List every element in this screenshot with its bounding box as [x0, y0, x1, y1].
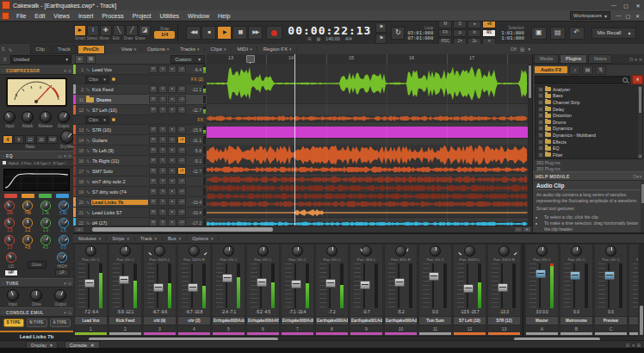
folder-checkbox[interactable] [538, 93, 543, 98]
view-menu-clips[interactable]: Clips▾ [207, 46, 232, 52]
channel-strip-13[interactable]: Pan: 100% R-13.3S7R (12)13 [487, 244, 521, 337]
track-solo-button[interactable]: S [158, 146, 167, 154]
audio-clip-lane[interactable] [207, 176, 528, 184]
gear-icon[interactable]: ⊙ [68, 281, 71, 286]
pan-knob[interactable] [571, 245, 582, 257]
pan-knob[interactable] [464, 245, 475, 257]
track-name[interactable]: S7 Left (10) [91, 108, 148, 113]
audio-clip-lane[interactable] [207, 127, 528, 139]
eq-band-hi-mid-button[interactable] [39, 194, 52, 198]
close-icon[interactable]: ✕ [90, 343, 95, 348]
track-arm-button[interactable]: ● [168, 219, 176, 226]
strip-name[interactable]: Earthqake000AdT [316, 316, 348, 325]
track-volume-value[interactable]: -5.8 [186, 148, 203, 153]
doc-restore-button[interactable]: ▢ [623, 13, 633, 19]
browser-tab-plugins[interactable]: Plugins [560, 54, 587, 64]
track-mute-button[interactable]: M [149, 167, 158, 175]
browser-tab-media[interactable]: Media [534, 54, 559, 64]
track-row-20[interactable]: 20∿Lead Licks 7bMS●+0-10.4 [73, 197, 207, 207]
volume-fader[interactable] [325, 279, 336, 288]
track-arm-button[interactable]: ● [168, 188, 176, 195]
channel-strip-6[interactable]: Pan: 0% C-5.2 -4.5Erthqake00hhAfSr6 [246, 244, 280, 337]
volume-fader[interactable] [429, 272, 439, 281]
track-solo-button[interactable]: S [158, 85, 167, 93]
eq-response-graph[interactable] [3, 169, 70, 191]
strip-name[interactable]: S7 Left (10) [454, 316, 486, 325]
plugin-folder-channel-strip[interactable]: Channel Strip [536, 99, 642, 106]
channel-strip-12[interactable]: Pan: 100% L-13.5 -15.7S7 Left (10)12 [453, 244, 486, 337]
plugin-folder-drums[interactable]: Drums [536, 119, 642, 126]
clips-pane[interactable]: 1314151617 [207, 54, 532, 226]
preset-dropdown[interactable]: Untitled ▾ [10, 55, 71, 64]
grid-icon[interactable]: ▦ [316, 36, 320, 41]
ratio-12-button[interactable]: 12 [25, 135, 35, 144]
audio-clip-lane[interactable] [207, 184, 528, 193]
track-name[interactable]: Lead Licks 7b [91, 200, 148, 205]
console-vertical-scrollbar[interactable] [639, 244, 644, 337]
eq-mode-b-type-i[interactable]: B Type I [53, 161, 66, 165]
clips-dropdown[interactable]: Clips▾ [85, 76, 109, 84]
eq-band-high-button[interactable] [56, 194, 69, 198]
eq-q-knob[interactable] [22, 235, 33, 245]
pan-knob[interactable] [326, 245, 337, 257]
volume-fader[interactable] [536, 269, 546, 278]
pause-button[interactable]: ▮▮ [232, 26, 247, 40]
track-input-echo-button[interactable]: +0 [177, 106, 186, 114]
track-row-15[interactable]: 15∿7b Left (9)MS●+0-5.8 [73, 146, 207, 156]
track-input-echo-button[interactable]: +0 [177, 188, 186, 195]
console-menu-strips[interactable]: Strips▾ [107, 236, 135, 241]
menu-window[interactable]: Window [183, 13, 214, 19]
power-icon[interactable]: ○ [2, 310, 4, 315]
track-arm-button[interactable]: ● [168, 136, 176, 144]
track-row-18[interactable]: 18∿sm7 dirty solo 2MS●+0 [73, 176, 207, 187]
screenshot-icon[interactable]: ▣ [531, 27, 547, 40]
doc-close-button[interactable]: ✕ [633, 13, 642, 19]
track-row-22[interactable]: 22∿d4 (17)MS●+0-17.2 [73, 218, 207, 226]
track-volume-value[interactable]: -15.9 [186, 127, 203, 133]
audio-clip-lane[interactable] [207, 201, 528, 208]
volume-fader[interactable] [188, 283, 198, 292]
track-name[interactable]: d4 (17) [91, 220, 148, 226]
panel-icon[interactable]: ▤ [520, 46, 524, 52]
track-name[interactable]: S7R (10) [91, 127, 148, 133]
eq-band-lo-button[interactable] [4, 194, 17, 198]
strip-name[interactable]: ohl (9) [144, 316, 176, 325]
track-input-echo-button[interactable]: +0 [177, 198, 186, 206]
lo-filter-knob[interactable] [6, 252, 16, 263]
clips-dropdown[interactable]: Clips▾ [85, 116, 109, 124]
eq-gain-knob[interactable] [22, 218, 33, 228]
plugin-folder-eq[interactable]: EQ [536, 145, 642, 152]
strip-name[interactable]: Master [526, 316, 558, 325]
compressor-module-header[interactable]: ○ COMPRESSOR ▾ ⊙ [0, 65, 73, 75]
clear-search-button[interactable]: ✕ [632, 75, 643, 84]
console-type-n-button[interactable]: N TYPE [27, 319, 47, 327]
lp-button[interactable]: LP [55, 269, 69, 276]
track-arm-button[interactable]: ● [168, 177, 176, 185]
punch-out-button[interactable]: ⚑ [375, 34, 387, 44]
folder-checkbox[interactable] [538, 100, 543, 105]
track-name[interactable]: sm7 dirty solo 2 [91, 179, 148, 184]
time-signature[interactable]: 4/4 [345, 36, 352, 41]
menu-views[interactable]: Views [49, 13, 74, 19]
track-arm-button[interactable]: ● [168, 85, 176, 93]
strip-name[interactable]: Preview [595, 316, 627, 325]
audio-clip-lane[interactable] [207, 115, 528, 122]
rtz-button[interactable]: ◀◀ [186, 26, 201, 40]
console-menu-options[interactable]: Options▾ [187, 236, 219, 241]
eq-q-knob[interactable] [59, 235, 69, 245]
track-input-echo-button[interactable]: +0 [177, 96, 186, 103]
now-time-display[interactable]: 00:00:22:13 [288, 25, 371, 36]
eq-mode-4-para[interactable]: 4 Para [22, 161, 32, 165]
mix-button-+0[interactable]: +0 [482, 21, 496, 28]
folder-checkbox[interactable] [538, 139, 543, 145]
track-solo-button[interactable]: S [158, 136, 167, 144]
export-icon[interactable]: ▤ [550, 27, 566, 40]
ratio-20-button[interactable]: 20 [36, 135, 46, 144]
tube-drive-knob[interactable] [30, 289, 42, 301]
close-icon[interactable]: ✕ [639, 57, 642, 62]
eq-band-lo-mid-button[interactable] [22, 194, 34, 198]
channel-strip-4[interactable]: Pan: 100% R-6.7 -10.8ohr (2)4 [177, 244, 211, 337]
folder-checkbox[interactable] [538, 146, 543, 151]
track-volume-value[interactable]: -11.7 [186, 108, 203, 113]
hi-filter-knob[interactable] [57, 252, 67, 263]
